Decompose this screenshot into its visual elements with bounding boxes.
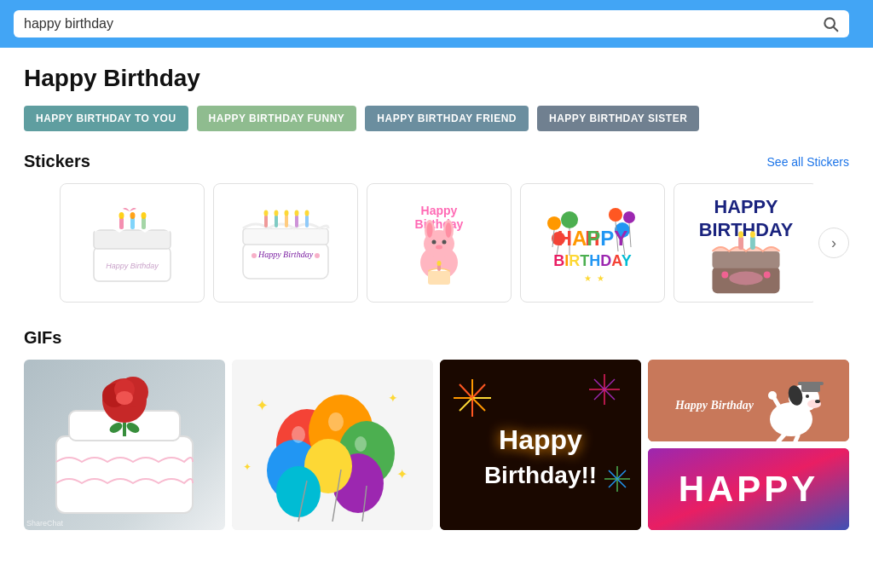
stickers-carousel: ‹ bbox=[24, 183, 849, 303]
svg-rect-130 bbox=[798, 382, 824, 385]
gifs-grid: ShareChat bbox=[24, 360, 849, 530]
svg-point-44 bbox=[623, 211, 635, 223]
svg-point-65 bbox=[729, 272, 763, 285]
sticker-blue-text-cake: HAPPY BIRTHDAY bbox=[674, 183, 813, 303]
sticker-card-4[interactable]: H HAPPY BIRTHDAY ★ ★ bbox=[520, 183, 665, 303]
svg-point-87 bbox=[276, 466, 321, 517]
svg-point-34 bbox=[432, 240, 436, 245]
svg-point-19 bbox=[275, 210, 279, 216]
svg-point-35 bbox=[442, 240, 447, 245]
search-input[interactable] bbox=[24, 16, 822, 32]
svg-point-24 bbox=[251, 253, 257, 258]
svg-line-134 bbox=[795, 435, 798, 441]
svg-point-18 bbox=[264, 210, 269, 216]
tag-happy-birthday-to-you[interactable]: HAPPY BIRTHDAY TO YOU bbox=[24, 106, 188, 131]
svg-point-8 bbox=[130, 212, 136, 219]
svg-point-64 bbox=[750, 231, 755, 238]
gif-balloons: ✦ ✦ ✦ ✦ bbox=[232, 360, 433, 530]
svg-rect-60 bbox=[712, 251, 779, 268]
search-bar bbox=[14, 10, 849, 37]
svg-point-42 bbox=[561, 211, 578, 228]
svg-rect-12 bbox=[243, 228, 328, 245]
svg-text:HAPPY: HAPPY bbox=[679, 469, 819, 509]
tag-happy-birthday-funny[interactable]: HAPPY BIRTHDAY FUNNY bbox=[197, 106, 357, 131]
sticker-card-3[interactable]: Happy Birthday bbox=[367, 183, 512, 303]
gif-card-1[interactable]: ShareChat bbox=[24, 360, 225, 530]
svg-text:Happy: Happy bbox=[499, 424, 582, 455]
svg-point-127 bbox=[815, 400, 820, 403]
sticker-card-2[interactable]: Happy Birthday bbox=[213, 183, 358, 303]
gifs-section-header: GIFs bbox=[24, 328, 849, 348]
gif-happy-text: HAPPY bbox=[648, 448, 849, 530]
tag-happy-birthday-friend[interactable]: HAPPY BIRTHDAY FRIEND bbox=[365, 106, 529, 131]
svg-point-66 bbox=[721, 272, 728, 279]
svg-point-132 bbox=[768, 391, 777, 400]
gif-card-4[interactable]: Happy Birthday bbox=[648, 360, 849, 441]
svg-text:✦: ✦ bbox=[396, 467, 408, 481]
sticker-bunny: Happy Birthday bbox=[384, 196, 494, 290]
svg-point-7 bbox=[119, 212, 124, 219]
svg-point-90 bbox=[355, 436, 367, 452]
svg-text:ShareChat: ShareChat bbox=[26, 519, 64, 527]
gif-card-5[interactable]: HAPPY bbox=[648, 448, 849, 530]
svg-rect-6 bbox=[142, 217, 146, 229]
svg-point-63 bbox=[738, 231, 743, 238]
svg-text:BIRTHDAY: BIRTHDAY bbox=[553, 252, 631, 269]
gif-right-column: Happy Birthday HAPPY bbox=[648, 360, 849, 530]
svg-point-45 bbox=[609, 208, 622, 222]
see-all-stickers-link[interactable]: See all Stickers bbox=[767, 155, 849, 169]
svg-text:Birthday!!: Birthday!! bbox=[484, 462, 597, 488]
svg-rect-61 bbox=[738, 236, 743, 250]
svg-point-21 bbox=[295, 210, 299, 216]
svg-text:HAPPY: HAPPY bbox=[558, 227, 628, 250]
svg-rect-15 bbox=[285, 215, 288, 228]
svg-line-1 bbox=[834, 27, 838, 32]
svg-point-22 bbox=[305, 210, 309, 216]
svg-point-25 bbox=[315, 253, 320, 258]
gif-fireworks: Happy Birthday!! bbox=[440, 360, 641, 530]
sticker-colorful-text: H HAPPY BIRTHDAY ★ ★ bbox=[537, 196, 648, 290]
stickers-section-header: Stickers See all Stickers bbox=[24, 152, 849, 171]
header bbox=[0, 0, 873, 48]
svg-text:★: ★ bbox=[584, 274, 592, 283]
gif-snoopy: Happy Birthday bbox=[648, 360, 849, 441]
svg-rect-4 bbox=[119, 217, 124, 229]
svg-text:Happy: Happy bbox=[421, 204, 458, 217]
svg-text:Happy Birthday: Happy Birthday bbox=[106, 262, 159, 270]
svg-rect-62 bbox=[750, 236, 755, 250]
svg-point-31 bbox=[427, 222, 433, 238]
sticker-calligraphy-cake: Happy Birthday bbox=[230, 196, 341, 290]
gif-card-2[interactable]: ✦ ✦ ✦ ✦ bbox=[232, 360, 433, 530]
svg-text:Happy Birthday: Happy Birthday bbox=[674, 399, 754, 412]
gif-rose-cake: ShareChat bbox=[24, 360, 225, 530]
page-title: Happy Birthday bbox=[24, 65, 849, 92]
main-content: Happy Birthday HAPPY BIRTHDAY TO YOU HAP… bbox=[0, 48, 873, 547]
svg-rect-69 bbox=[56, 436, 193, 513]
chevron-right-icon: › bbox=[831, 234, 836, 252]
tag-happy-birthday-sister[interactable]: HAPPY BIRTHDAY SISTER bbox=[537, 106, 699, 131]
svg-rect-76 bbox=[123, 423, 126, 436]
sticker-card-5[interactable]: HAPPY BIRTHDAY bbox=[674, 183, 813, 303]
svg-point-75 bbox=[116, 391, 133, 405]
gif-card-3[interactable]: Happy Birthday!! bbox=[440, 360, 641, 530]
svg-text:Birthday: Birthday bbox=[415, 217, 464, 231]
svg-text:BIRTHDAY: BIRTHDAY bbox=[699, 219, 794, 240]
tag-row: HAPPY BIRTHDAY TO YOU HAPPY BIRTHDAY FUN… bbox=[24, 106, 849, 131]
next-arrow[interactable]: › bbox=[818, 228, 849, 258]
svg-rect-5 bbox=[130, 217, 135, 229]
svg-text:✦: ✦ bbox=[256, 397, 269, 414]
svg-text:✦: ✦ bbox=[388, 391, 398, 405]
svg-point-20 bbox=[285, 210, 289, 216]
svg-point-88 bbox=[292, 426, 305, 443]
svg-text:HAPPY: HAPPY bbox=[714, 196, 778, 217]
svg-line-50 bbox=[629, 223, 631, 247]
svg-rect-3 bbox=[94, 230, 171, 249]
search-button[interactable] bbox=[822, 15, 839, 32]
svg-point-9 bbox=[142, 212, 147, 219]
svg-rect-11 bbox=[243, 243, 328, 279]
svg-point-36 bbox=[436, 245, 442, 250]
svg-rect-37 bbox=[428, 271, 450, 285]
svg-point-33 bbox=[446, 222, 452, 238]
svg-point-128 bbox=[806, 395, 809, 398]
sticker-card-1[interactable]: Happy Birthday bbox=[60, 183, 205, 303]
